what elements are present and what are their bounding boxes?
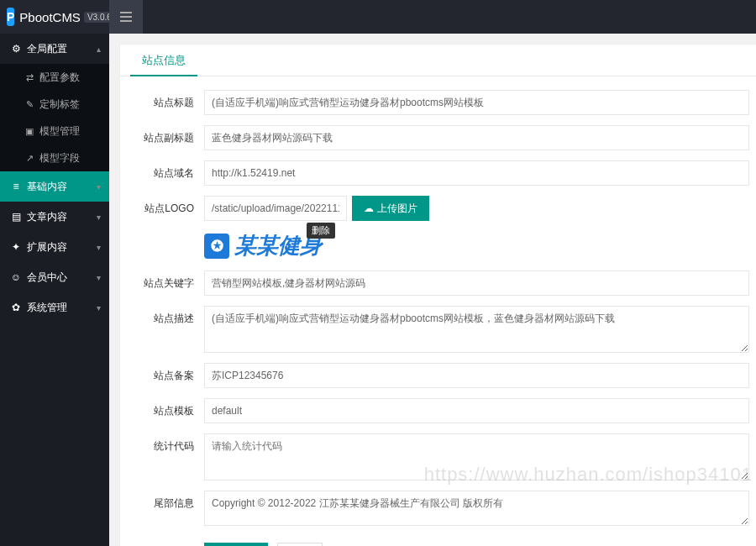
hamburger-icon <box>120 16 132 18</box>
sidebar-group-label: 文章内容 <box>27 210 67 224</box>
sidebar-group-label: 系统管理 <box>27 301 67 315</box>
external-icon: ↗ <box>24 153 35 164</box>
chevron-up-icon: ▴ <box>97 45 101 54</box>
site-description-textarea[interactable]: (自适应手机端)响应式营销型运动健身器材pbootcms网站模板，蓝色健身器材网… <box>204 306 749 353</box>
site-subtitle-input[interactable] <box>204 125 749 150</box>
puzzle-icon: ✦ <box>10 241 22 253</box>
stats-code-textarea[interactable] <box>204 433 749 480</box>
brand: P PbootCMS V3.0.6 <box>0 8 109 26</box>
cube-icon: ▣ <box>24 126 35 137</box>
label-stats-code: 统计代码 <box>127 433 204 480</box>
upload-button-label: 上传图片 <box>377 202 417 216</box>
sidebar-group-label: 全局配置 <box>27 42 67 56</box>
list-icon: ≡ <box>10 181 22 192</box>
label-site-description: 站点描述 <box>127 306 204 353</box>
pencil-icon: ✎ <box>24 99 35 110</box>
sidebar-item-model-manage[interactable]: ▣模型管理 <box>0 118 109 144</box>
site-keywords-input[interactable] <box>204 270 749 296</box>
sidebar-group-extension[interactable]: ✦ 扩展内容 ▾ <box>0 232 109 262</box>
chevron-down-icon: ▾ <box>97 182 101 192</box>
sidebar-item-label: 模型字段 <box>39 151 80 165</box>
submit-button[interactable]: 立即提交 <box>204 543 268 546</box>
chevron-down-icon: ▾ <box>97 213 101 222</box>
top-bar: P PbootCMS V3.0.6 <box>0 0 756 34</box>
menu-toggle-button[interactable] <box>109 0 143 34</box>
sidebar-group-label: 基础内容 <box>27 180 67 194</box>
sidebar-item-custom-tags[interactable]: ✎定制标签 <box>0 91 109 118</box>
main-content: 站点信息 站点标题 站点副标题 站点域名 站点LOGO <box>109 34 756 546</box>
sidebar-group-system[interactable]: ✿ 系统管理 ▾ <box>0 292 109 323</box>
logo-icon: P <box>7 8 14 26</box>
sliders-icon: ⇄ <box>24 72 35 83</box>
chevron-down-icon: ▾ <box>97 273 101 282</box>
sidebar-item-config-params[interactable]: ⇄配置参数 <box>0 64 109 91</box>
sidebar: ⚙ 全局配置 ▴ ⇄配置参数 ✎定制标签 ▣模型管理 ↗模型字段 ≡ 基础内容 … <box>0 34 109 546</box>
site-domain-input[interactable] <box>204 160 749 186</box>
brand-name: PbootCMS <box>19 10 81 24</box>
preview-brand-icon: ✪ <box>204 234 229 259</box>
sidebar-item-label: 定制标签 <box>39 97 80 112</box>
site-form: 站点标题 站点副标题 站点域名 站点LOGO ☁上传图片 <box>120 76 756 546</box>
sidebar-group-article-content[interactable]: ▤ 文章内容 ▾ <box>0 202 109 232</box>
label-site-title: 站点标题 <box>127 90 204 115</box>
site-title-input[interactable] <box>204 90 749 115</box>
chevron-down-icon: ▾ <box>97 303 101 312</box>
user-icon: ☺ <box>10 271 22 283</box>
footer-info-textarea[interactable]: Copyright © 2012-2022 江苏某某健身器械生产有限公司 版权所… <box>204 491 749 526</box>
label-site-keywords: 站点关键字 <box>127 270 204 296</box>
label-site-domain: 站点域名 <box>127 160 204 186</box>
site-logo-input[interactable] <box>204 196 347 221</box>
label-footer-info: 尾部信息 <box>127 491 204 526</box>
logo-preview: 删除 ✪ 某某健身 <box>204 231 749 260</box>
sidebar-group-label: 扩展内容 <box>27 240 67 255</box>
sidebar-group-global-config[interactable]: ⚙ 全局配置 ▴ <box>0 34 109 64</box>
site-template-input[interactable] <box>204 398 749 423</box>
sidebar-item-model-fields[interactable]: ↗模型字段 <box>0 144 109 171</box>
chevron-down-icon: ▾ <box>97 243 101 252</box>
upload-image-button[interactable]: ☁上传图片 <box>352 196 429 221</box>
sidebar-item-label: 模型管理 <box>39 124 80 139</box>
sidebar-group-label: 会员中心 <box>27 270 67 285</box>
site-icp-input[interactable] <box>204 363 749 388</box>
sidebar-item-label: 配置参数 <box>39 71 80 85</box>
doc-icon: ▤ <box>10 211 22 223</box>
sidebar-group-basic-content[interactable]: ≡ 基础内容 ▾ <box>0 171 109 202</box>
sidebar-group-member[interactable]: ☺ 会员中心 ▾ <box>0 262 109 292</box>
gear-icon: ⚙ <box>10 43 22 55</box>
label-site-icp: 站点备案 <box>127 363 204 388</box>
tab-bar: 站点信息 <box>120 45 756 76</box>
label-site-logo: 站点LOGO <box>127 196 204 260</box>
delete-image-button[interactable]: 删除 <box>307 223 335 239</box>
label-site-template: 站点模板 <box>127 398 204 423</box>
reset-button[interactable]: 重置 <box>277 543 323 546</box>
label-site-subtitle: 站点副标题 <box>127 125 204 150</box>
tab-site-info[interactable]: 站点信息 <box>130 45 197 76</box>
cog-icon: ✿ <box>10 302 22 313</box>
cloud-upload-icon: ☁ <box>364 202 374 214</box>
